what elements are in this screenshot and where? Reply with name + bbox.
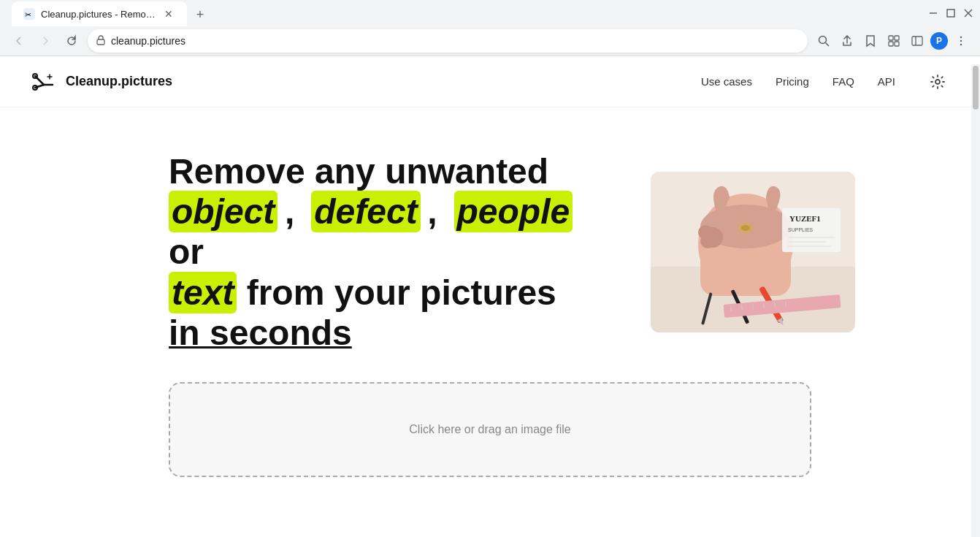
hero-heading: Remove any unwanted object , defect , pe… <box>169 151 592 353</box>
svg-line-45 <box>785 302 786 307</box>
svg-text:YUZEF1: YUZEF1 <box>789 214 821 223</box>
hero-comma2: , <box>421 192 445 231</box>
svg-rect-9 <box>889 36 893 40</box>
svg-rect-6 <box>97 39 104 45</box>
title-bar: ✂ Cleanup.pictures - Remove objec ✕ + <box>0 0 980 26</box>
svg-point-15 <box>960 37 962 38</box>
share-icon[interactable] <box>837 31 857 51</box>
nav-pricing[interactable]: Pricing <box>776 75 809 88</box>
svg-line-41 <box>742 305 743 311</box>
hero-underline: in seconds <box>169 313 352 352</box>
svg-text:SUPPLIES: SUPPLIES <box>788 227 814 232</box>
svg-point-25 <box>935 80 940 84</box>
hero-word-people: people <box>454 191 573 232</box>
svg-line-8 <box>826 43 830 47</box>
new-tab-button[interactable]: + <box>190 4 210 25</box>
address-bar-row: cleanup.pictures P <box>0 26 980 56</box>
active-tab[interactable]: ✂ Cleanup.pictures - Remove objec ✕ <box>12 1 187 26</box>
lock-icon <box>96 35 105 47</box>
zoom-icon[interactable] <box>814 31 834 51</box>
logo-icon <box>29 67 58 96</box>
settings-button[interactable] <box>925 69 951 95</box>
back-button[interactable] <box>9 31 29 51</box>
minimize-button[interactable] <box>927 7 939 19</box>
svg-rect-10 <box>895 36 899 40</box>
svg-rect-3 <box>947 9 954 17</box>
browser-chrome: ✂ Cleanup.pictures - Remove objec ✕ + <box>0 0 980 56</box>
svg-point-7 <box>819 37 827 44</box>
tab-favicon: ✂ <box>23 8 35 20</box>
bookmark-icon[interactable] <box>860 31 881 51</box>
svg-line-42 <box>753 304 754 309</box>
website-content: Cleanup.pictures Use cases Pricing FAQ A… <box>0 56 980 521</box>
close-button[interactable] <box>962 7 974 19</box>
hero-word-defect: defect <box>311 191 420 232</box>
nav-use-cases[interactable]: Use cases <box>701 75 752 88</box>
drop-zone[interactable]: Click here or drag an image file <box>169 382 811 477</box>
sidebar-icon[interactable] <box>907 31 927 51</box>
hero-rest: from your pictures <box>247 273 556 312</box>
menu-icon[interactable] <box>951 31 971 51</box>
hero-section: Remove any unwanted object , defect , pe… <box>52 107 928 382</box>
site-logo[interactable]: Cleanup.pictures <box>29 67 172 96</box>
nav-links: Use cases Pricing FAQ API <box>701 69 951 95</box>
tab-close-button[interactable]: ✕ <box>162 7 175 20</box>
svg-line-43 <box>764 303 765 308</box>
svg-point-16 <box>960 40 962 42</box>
site-navbar: Cleanup.pictures Use cases Pricing FAQ A… <box>0 56 980 107</box>
logo-text: Cleanup.pictures <box>66 74 172 89</box>
drop-zone-container: Click here or drag an image file <box>52 382 928 521</box>
svg-line-44 <box>775 302 776 308</box>
hero-comma1: , <box>277 192 302 231</box>
drop-zone-label: Click here or drag an image file <box>409 423 570 436</box>
address-bar[interactable]: cleanup.pictures <box>88 29 808 53</box>
scrollbar-track <box>971 64 980 521</box>
svg-line-40 <box>731 306 732 311</box>
profile-icon[interactable]: P <box>930 32 948 50</box>
nav-faq[interactable]: FAQ <box>832 75 854 88</box>
hero-word-object: object <box>169 191 277 232</box>
svg-point-17 <box>960 44 962 45</box>
svg-rect-12 <box>895 42 899 46</box>
tab-bar: ✂ Cleanup.pictures - Remove objec ✕ + <box>6 0 922 26</box>
scrollbar-thumb[interactable] <box>973 66 979 110</box>
window-controls <box>927 7 974 19</box>
svg-text:✂: ✂ <box>25 10 31 19</box>
reload-button[interactable] <box>61 31 82 51</box>
hero-line1: Remove any unwanted <box>169 152 548 191</box>
url-text: cleanup.pictures <box>111 35 799 47</box>
forward-button[interactable] <box>35 31 55 51</box>
extensions-icon[interactable] <box>884 31 904 51</box>
svg-point-35 <box>700 234 715 248</box>
svg-rect-13 <box>912 37 922 45</box>
toolbar-icons: P <box>814 31 971 51</box>
hero-text: Remove any unwanted object , defect , pe… <box>169 151 592 353</box>
nav-api[interactable]: API <box>878 75 895 88</box>
maximize-button[interactable] <box>945 7 957 19</box>
hero-word-text: text <box>169 272 237 313</box>
svg-rect-11 <box>889 42 893 46</box>
hero-or: or <box>169 232 204 271</box>
svg-point-32 <box>741 225 750 231</box>
tab-title: Cleanup.pictures - Remove objec <box>41 9 156 20</box>
hero-image: YUZEF1 SUPPLIES <box>651 172 855 332</box>
